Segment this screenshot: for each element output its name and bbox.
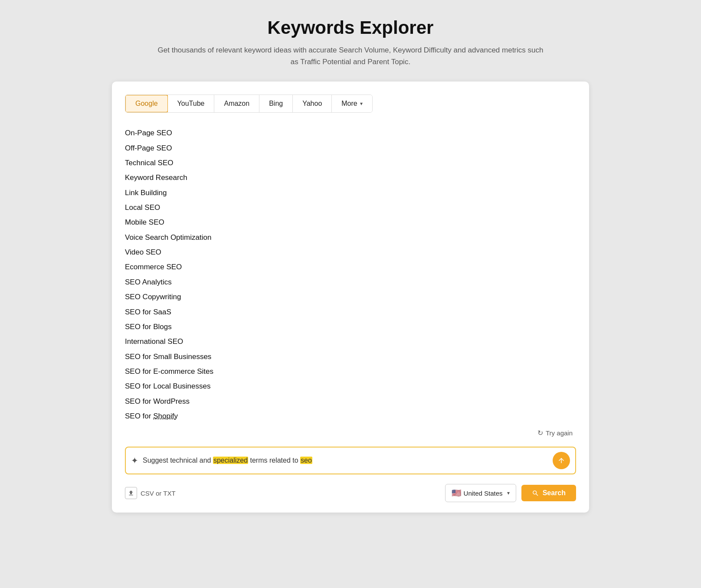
try-again-row: ↻ Try again xyxy=(125,427,576,439)
refresh-icon: ↻ xyxy=(537,429,543,437)
tab-youtube-label: YouTube xyxy=(177,100,205,108)
tab-youtube[interactable]: YouTube xyxy=(168,95,215,112)
arrow-up-icon xyxy=(557,457,565,464)
list-item: Video SEO xyxy=(125,245,576,260)
list-item: SEO for Small Businesses xyxy=(125,350,576,364)
list-item: SEO Analytics xyxy=(125,275,576,290)
list-item: Mobile SEO xyxy=(125,215,576,230)
tab-amazon-label: Amazon xyxy=(224,100,249,108)
tab-bing-label: Bing xyxy=(269,100,283,108)
list-item: Voice Search Optimization xyxy=(125,230,576,245)
tab-more[interactable]: More ▾ xyxy=(332,95,372,112)
sparkle-icon: ✦ xyxy=(131,455,138,466)
page-header: Keywords Explorer Get thousands of relev… xyxy=(155,17,546,68)
tab-yahoo-label: Yahoo xyxy=(302,100,322,108)
country-select-button[interactable]: 🇺🇸 United States ▾ xyxy=(445,484,516,502)
tab-yahoo[interactable]: Yahoo xyxy=(293,95,332,112)
page-title: Keywords Explorer xyxy=(155,17,546,38)
list-item: SEO for SaaS xyxy=(125,305,576,320)
search-button[interactable]: Search xyxy=(521,485,576,501)
bottom-right: 🇺🇸 United States ▾ Search xyxy=(445,484,576,502)
ai-input-field[interactable]: Suggest technical and specialized terms … xyxy=(143,457,548,464)
upload-icon xyxy=(125,487,137,499)
list-item: Ecommerce SEO xyxy=(125,260,576,274)
ai-submit-button[interactable] xyxy=(553,452,570,469)
country-label: United States xyxy=(464,490,503,497)
list-item: Technical SEO xyxy=(125,156,576,170)
ai-input-row[interactable]: ✦ Suggest technical and specialized term… xyxy=(125,447,576,474)
flag-icon: 🇺🇸 xyxy=(452,488,461,498)
csv-label: CSV or TXT xyxy=(141,490,176,497)
list-item: SEO for WordPress xyxy=(125,394,576,409)
try-again-label: Try again xyxy=(546,429,573,437)
highlight-seo: seo xyxy=(300,457,312,464)
list-item: SEO for E-commerce Sites xyxy=(125,364,576,379)
csv-upload-button[interactable]: CSV or TXT xyxy=(125,487,176,499)
tab-google-label: Google xyxy=(135,100,158,108)
search-icon xyxy=(532,490,539,497)
list-item: Off-Page SEO xyxy=(125,141,576,156)
list-item: SEO for Shopify xyxy=(125,409,576,424)
list-item: SEO for Blogs xyxy=(125,320,576,334)
list-item: Keyword Research xyxy=(125,170,576,185)
tab-bing[interactable]: Bing xyxy=(259,95,293,112)
list-item: International SEO xyxy=(125,334,576,349)
chevron-down-icon: ▾ xyxy=(360,101,363,107)
chevron-down-icon: ▾ xyxy=(507,490,510,496)
highlight-specialized: specialized xyxy=(213,457,248,464)
list-item: On-Page SEO xyxy=(125,126,576,140)
tab-more-label: More xyxy=(341,100,357,108)
tab-bar: Google YouTube Amazon Bing Yahoo More ▾ xyxy=(125,95,373,113)
bottom-bar: CSV or TXT 🇺🇸 United States ▾ Search xyxy=(125,484,576,502)
tab-amazon[interactable]: Amazon xyxy=(214,95,259,112)
search-label: Search xyxy=(543,489,566,497)
list-item: SEO Copywriting xyxy=(125,290,576,304)
try-again-button[interactable]: ↻ Try again xyxy=(534,427,576,439)
tab-google[interactable]: Google xyxy=(125,95,168,113)
main-card: Google YouTube Amazon Bing Yahoo More ▾ … xyxy=(112,82,589,513)
list-item: Link Building xyxy=(125,186,576,200)
list-item: Local SEO xyxy=(125,200,576,215)
page-subtitle: Get thousands of relevant keyword ideas … xyxy=(155,44,546,68)
list-item: SEO for Local Businesses xyxy=(125,379,576,394)
keyword-list: On-Page SEOOff-Page SEOTechnical SEOKeyw… xyxy=(125,126,576,424)
shopify-text: Shopify xyxy=(153,412,178,420)
